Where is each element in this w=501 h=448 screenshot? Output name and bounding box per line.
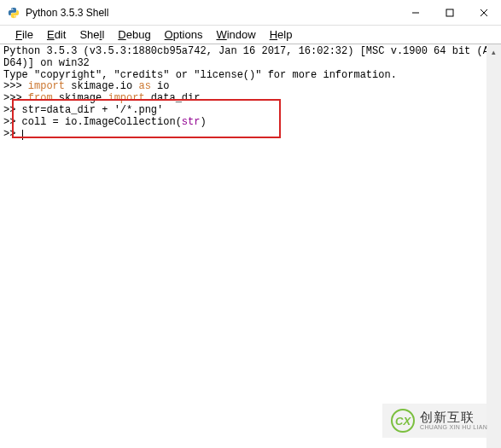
banner-line-1: Python 3.5.3 (v3.5.3:1880cb95a742, Jan 1… bbox=[3, 46, 498, 70]
watermark-cn: 创新互联 bbox=[420, 410, 487, 425]
svg-rect-1 bbox=[446, 9, 453, 16]
watermark-logo: CX bbox=[391, 409, 415, 433]
vertical-scrollbar[interactable]: ▴ bbox=[486, 44, 501, 448]
close-button[interactable] bbox=[467, 0, 501, 26]
scroll-up-arrow[interactable]: ▴ bbox=[486, 44, 501, 59]
banner-line-2: Type "copyright", "credits" or "license(… bbox=[3, 70, 498, 82]
titlebar: Python 3.5.3 Shell bbox=[0, 0, 501, 26]
python-icon bbox=[7, 6, 20, 20]
window-controls bbox=[399, 0, 501, 25]
menu-options[interactable]: Options bbox=[158, 28, 210, 41]
code-line-2: >>> from skimage import data_dir bbox=[3, 93, 498, 105]
code-line-3: >> str=data_dir + '/*.png' bbox=[3, 105, 498, 117]
menu-help[interactable]: Help bbox=[263, 28, 300, 41]
menu-window[interactable]: Window bbox=[209, 28, 262, 41]
window-title: Python 3.5.3 Shell bbox=[26, 7, 399, 19]
menu-debug[interactable]: Debug bbox=[111, 28, 157, 41]
menu-edit[interactable]: Edit bbox=[40, 28, 73, 41]
menu-file[interactable]: File bbox=[9, 28, 40, 41]
watermark-text: 创新互联 CHUANG XIN HU LIAN bbox=[420, 410, 487, 431]
watermark: CX 创新互联 CHUANG XIN HU LIAN bbox=[382, 404, 496, 438]
menu-shell[interactable]: Shell bbox=[73, 28, 111, 41]
code-line-4: >> coll = io.ImageCollection(str) bbox=[3, 117, 498, 129]
watermark-en: CHUANG XIN HU LIAN bbox=[420, 424, 487, 431]
menubar: File Edit Shell Debug Options Window Hel… bbox=[0, 26, 501, 44]
minimize-button[interactable] bbox=[399, 0, 433, 26]
text-cursor bbox=[22, 130, 23, 140]
code-line-5: >> bbox=[3, 129, 498, 141]
code-line-1: >>> import skimage.io as io bbox=[3, 81, 498, 93]
maximize-button[interactable] bbox=[433, 0, 467, 26]
shell-content[interactable]: Python 3.5.3 (v3.5.3:1880cb95a742, Jan 1… bbox=[0, 44, 501, 448]
